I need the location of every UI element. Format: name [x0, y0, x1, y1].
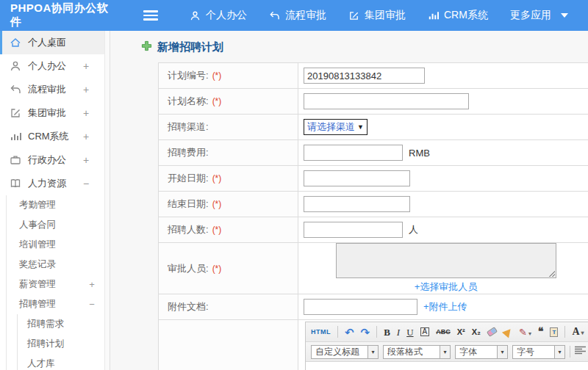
sidebar: 个人桌面 个人办公 + 流程审批 + 集团审批 + CRM系统 + 行政办公 +…: [0, 31, 110, 370]
form-row-headcount: 招聘人数:(*) 人: [159, 217, 588, 243]
expand-icon[interactable]: +: [82, 84, 90, 95]
select-caret-icon: ▼: [356, 123, 367, 131]
sidebar-item-recruit-demand[interactable]: 招聘需求: [18, 314, 110, 334]
app-logo: PHPOA协同办公软件: [0, 1, 110, 29]
sidebar-item-crm[interactable]: CRM系统 +: [0, 125, 110, 148]
required-mark: (*): [212, 225, 222, 235]
paste-as-text-icon[interactable]: T: [550, 327, 558, 337]
edit-icon: [10, 107, 21, 119]
nav-group-approval[interactable]: 集团审批: [337, 9, 417, 22]
expand-icon[interactable]: +: [82, 154, 90, 166]
sidebar-item-salary[interactable]: 薪资管理+: [7, 275, 110, 294]
required-mark: (*): [212, 199, 222, 209]
required-mark: (*): [212, 96, 222, 106]
sidebar-item-hr[interactable]: 人力资源 −: [0, 172, 110, 195]
expand-icon[interactable]: +: [82, 107, 90, 119]
redo-icon[interactable]: ↷: [361, 327, 370, 338]
sidebar-item-recruit-mgmt[interactable]: 招聘管理−: [7, 294, 110, 314]
expand-icon[interactable]: +: [87, 279, 96, 290]
headcount-input[interactable]: [304, 222, 403, 238]
text-style-pen-icon[interactable]: ✎▾: [519, 327, 531, 337]
sidebar-item-talent-pool[interactable]: 人才库: [18, 354, 110, 370]
caret-down-icon: ▾: [368, 346, 378, 358]
sidebar-item-hr-contract[interactable]: 人事合同: [7, 215, 110, 235]
form-row-start-date: 开始日期:(*): [159, 166, 588, 192]
sidebar-item-admin-office[interactable]: 行政办公 +: [0, 148, 110, 172]
book-icon: [10, 178, 21, 189]
sidebar-item-process-approval[interactable]: 流程审批 +: [0, 78, 110, 101]
underline-button[interactable]: U: [406, 327, 413, 337]
form-row-cost: 招聘费用: RMB: [159, 140, 588, 166]
sidebar-item-desktop[interactable]: 个人桌面: [0, 31, 110, 54]
italic-button[interactable]: I: [397, 327, 400, 337]
collapse-icon[interactable]: −: [82, 178, 90, 189]
nav-crm-system[interactable]: CRM系统: [417, 9, 499, 22]
sidebar-item-group-approval[interactable]: 集团审批 +: [0, 101, 110, 125]
caret-down-icon: ▾: [581, 330, 584, 336]
align-left-icon[interactable]: [575, 345, 586, 358]
subscript-button[interactable]: X₂: [472, 328, 481, 336]
custom-title-select[interactable]: 自定义标题▾: [311, 345, 379, 359]
approvers-textarea[interactable]: [336, 243, 556, 278]
sidebar-scrollbar[interactable]: [104, 31, 110, 370]
strikethrough-button[interactable]: ABC: [436, 329, 451, 335]
nav-more-apps[interactable]: 更多应用: [499, 9, 579, 22]
format-brush-icon[interactable]: [502, 326, 514, 338]
sidebar-item-personal-office[interactable]: 个人办公 +: [0, 54, 110, 78]
nav-process-approval[interactable]: 流程审批: [258, 9, 337, 22]
rich-text-editor: HTML ↶ ↷ B I U A ABC X² X₂ ✎: [305, 322, 588, 370]
source-code-button[interactable]: HTML: [311, 329, 331, 335]
user-icon: [10, 60, 21, 72]
form-row-channel: 招聘渠道: 请选择渠道 ▼: [159, 115, 588, 140]
font-color-button[interactable]: A▾: [572, 327, 584, 337]
start-date-input[interactable]: [304, 170, 410, 186]
nav-personal-office[interactable]: 个人办公: [179, 9, 258, 22]
editor-content-area[interactable]: [306, 362, 588, 370]
form-row-plan-number: 计划编号:(*): [159, 63, 588, 89]
select-approvers-link[interactable]: +选择审批人员: [415, 280, 478, 294]
page-title: 新增招聘计划: [141, 40, 223, 54]
sidebar-item-training[interactable]: 培训管理: [7, 235, 110, 255]
editor-toolbar-row1: HTML ↶ ↷ B I U A ABC X² X₂ ✎: [306, 322, 588, 342]
sidebar-item-recruit-plan[interactable]: 招聘计划: [18, 334, 110, 354]
paragraph-format-select[interactable]: 段落格式▾: [383, 345, 451, 359]
expand-icon[interactable]: +: [82, 60, 90, 72]
currency-unit: RMB: [409, 148, 430, 159]
autoformat-button[interactable]: A: [420, 327, 430, 336]
channel-select[interactable]: 请选择渠道 ▼: [304, 119, 368, 135]
sidebar-item-rewards[interactable]: 奖惩记录: [7, 255, 110, 275]
menu-toggle-icon[interactable]: [143, 8, 158, 23]
add-plus-icon: [141, 40, 152, 54]
caret-down-icon: ▾: [440, 346, 450, 358]
hr-submenu: 考勤管理 人事合同 培训管理 奖惩记录 薪资管理+ 招聘管理− 招聘需求 招聘计…: [6, 195, 110, 370]
caret-down-icon: [561, 13, 568, 18]
font-family-select[interactable]: 字体▾: [455, 345, 508, 359]
attachment-upload-link[interactable]: +附件上传: [423, 300, 467, 313]
bar-chart-icon: [428, 10, 439, 21]
blockquote-button[interactable]: ❝: [538, 327, 544, 337]
collapse-icon[interactable]: −: [87, 299, 96, 310]
superscript-button[interactable]: X²: [457, 328, 465, 336]
required-mark: (*): [212, 70, 222, 81]
end-date-input[interactable]: [304, 196, 410, 212]
eraser-icon[interactable]: [487, 327, 498, 337]
cost-input[interactable]: [304, 145, 403, 161]
form-row-plan-name: 计划名称:(*): [159, 89, 588, 115]
bold-button[interactable]: B: [384, 327, 390, 337]
caret-down-icon: ▾: [554, 346, 564, 358]
undo-icon[interactable]: ↶: [345, 327, 354, 338]
sidebar-item-attendance[interactable]: 考勤管理: [7, 195, 110, 215]
editor-toolbar-row2: 自定义标题▾ 段落格式▾ 字体▾ 字号▾ ∞ ∞: [306, 342, 588, 362]
caret-down-icon: ▾: [528, 330, 531, 337]
expand-icon[interactable]: +: [82, 131, 90, 142]
plan-number-input[interactable]: [304, 68, 425, 84]
form-row-end-date: 结束日期:(*): [159, 192, 588, 217]
plan-name-input[interactable]: [304, 93, 469, 109]
process-arrow-icon: [10, 84, 21, 95]
recruit-plan-form: 计划编号:(*) 计划名称:(*) 招聘渠道: 请选择渠道 ▼ 招聘费用: RM…: [158, 62, 588, 370]
editor-row-label: [159, 320, 298, 370]
resize-grip-icon[interactable]: [549, 271, 555, 277]
required-mark: (*): [212, 264, 222, 274]
attachment-input[interactable]: [304, 299, 417, 315]
font-size-select[interactable]: 字号▾: [512, 345, 565, 359]
